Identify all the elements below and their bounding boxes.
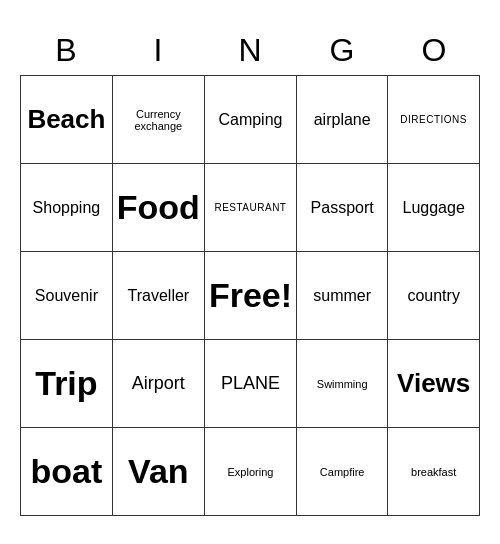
cell-label: Swimming	[301, 378, 383, 390]
cell-label: Food	[117, 188, 200, 227]
cell-label: Traveller	[117, 287, 200, 305]
bingo-card: BINGO BeachCurrency exchangeCampingairpl…	[20, 28, 480, 516]
cell-label: airplane	[301, 111, 383, 129]
table-row: TripAirportPLANESwimmingViews	[21, 340, 480, 428]
bingo-cell: country	[388, 252, 480, 340]
cell-label: Souvenir	[25, 287, 108, 305]
table-row: ShoppingFoodRESTAURANTPassportLuggage	[21, 164, 480, 252]
bingo-header: BINGO	[20, 28, 480, 73]
bingo-cell: summer	[297, 252, 388, 340]
bingo-cell: Food	[112, 164, 204, 252]
bingo-cell: RESTAURANT	[204, 164, 296, 252]
bingo-cell: Camping	[204, 76, 296, 164]
bingo-cell: Views	[388, 340, 480, 428]
cell-label: Views	[392, 368, 475, 399]
bingo-cell: Trip	[21, 340, 113, 428]
cell-label: summer	[301, 287, 383, 305]
cell-label: country	[392, 287, 475, 305]
bingo-cell: Luggage	[388, 164, 480, 252]
cell-label: Beach	[25, 104, 108, 135]
bingo-cell: Shopping	[21, 164, 113, 252]
cell-label: Currency exchange	[117, 108, 200, 132]
cell-label: Airport	[117, 373, 200, 394]
cell-label: boat	[25, 452, 108, 491]
bingo-cell: Passport	[297, 164, 388, 252]
header-letter-N: N	[204, 28, 296, 73]
bingo-cell: breakfast	[388, 428, 480, 516]
cell-label: DIRECTIONS	[392, 114, 475, 125]
table-row: SouvenirTravellerFree!summercountry	[21, 252, 480, 340]
header-letter-B: B	[20, 28, 112, 73]
bingo-cell: Beach	[21, 76, 113, 164]
header-letter-I: I	[112, 28, 204, 73]
cell-label: Passport	[301, 199, 383, 217]
cell-label: Free!	[209, 276, 292, 315]
cell-label: breakfast	[392, 466, 475, 478]
bingo-cell: airplane	[297, 76, 388, 164]
bingo-cell: DIRECTIONS	[388, 76, 480, 164]
cell-label: Luggage	[392, 199, 475, 217]
cell-label: Shopping	[25, 199, 108, 217]
bingo-cell: Swimming	[297, 340, 388, 428]
header-letter-G: G	[296, 28, 388, 73]
bingo-cell: Free!	[204, 252, 296, 340]
cell-label: RESTAURANT	[209, 202, 292, 213]
bingo-cell: Airport	[112, 340, 204, 428]
bingo-cell: boat	[21, 428, 113, 516]
cell-label: Exploring	[209, 466, 292, 478]
bingo-cell: Campfire	[297, 428, 388, 516]
cell-label: Trip	[25, 364, 108, 403]
bingo-cell: Van	[112, 428, 204, 516]
cell-label: PLANE	[209, 373, 292, 394]
table-row: BeachCurrency exchangeCampingairplaneDIR…	[21, 76, 480, 164]
bingo-cell: Souvenir	[21, 252, 113, 340]
cell-label: Van	[117, 452, 200, 491]
bingo-grid: BeachCurrency exchangeCampingairplaneDIR…	[20, 75, 480, 516]
bingo-cell: Currency exchange	[112, 76, 204, 164]
bingo-cell: PLANE	[204, 340, 296, 428]
header-letter-O: O	[388, 28, 480, 73]
table-row: boatVanExploringCampfirebreakfast	[21, 428, 480, 516]
bingo-cell: Exploring	[204, 428, 296, 516]
cell-label: Camping	[209, 111, 292, 129]
cell-label: Campfire	[301, 466, 383, 478]
bingo-cell: Traveller	[112, 252, 204, 340]
